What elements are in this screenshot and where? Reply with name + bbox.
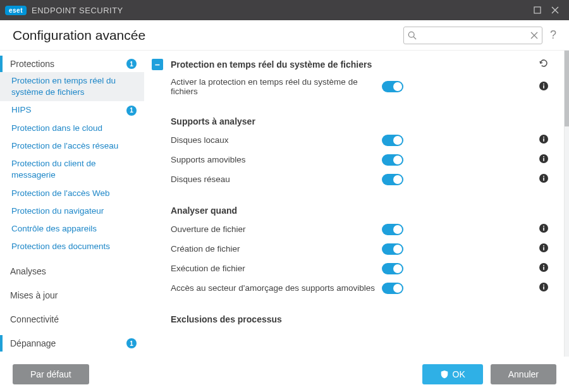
info-icon	[539, 134, 549, 144]
sidebar-item-updates[interactable]: Mises à jour	[0, 287, 144, 303]
svg-rect-16	[543, 226, 544, 227]
svg-rect-24	[543, 286, 544, 290]
sidebar-item-label: Protection en temps réel du système de f…	[11, 75, 137, 98]
sidebar-item-label: Protections	[10, 59, 121, 69]
toggle-file-create[interactable]	[382, 243, 403, 255]
sidebar-item-label: Contrôle des appareils	[11, 223, 137, 235]
info-icon	[539, 262, 549, 273]
button-label: Annuler	[508, 369, 539, 379]
info-button[interactable]	[539, 154, 549, 166]
info-button[interactable]	[539, 173, 549, 185]
svg-rect-25	[543, 285, 544, 286]
button-label: Par défaut	[30, 369, 71, 379]
info-button[interactable]	[539, 282, 549, 294]
sidebar-item-realtime-fs[interactable]: Protection en temps réel du système de f…	[0, 72, 144, 101]
svg-rect-10	[543, 156, 544, 157]
info-button[interactable]	[539, 81, 549, 93]
svg-rect-12	[543, 178, 544, 181]
info-icon	[539, 282, 549, 292]
info-button[interactable]	[539, 223, 549, 235]
product-name: ENDPOINT SECURITY	[32, 6, 123, 15]
sidebar-item-protections[interactable]: Protections 1	[0, 56, 144, 72]
sidebar-item-analyses[interactable]: Analyses	[0, 263, 144, 279]
close-icon	[551, 6, 559, 14]
group-media-title: Supports à analyser	[152, 100, 549, 130]
info-icon	[539, 223, 549, 233]
sidebar-item-device-control[interactable]: Contrôle des appareils	[0, 220, 144, 238]
collapse-icon[interactable]: –	[152, 59, 163, 70]
setting-removable-media: Supports amovibles	[152, 150, 549, 169]
sidebar-item-document-protection[interactable]: Protection des documents	[0, 238, 144, 255]
sidebar-item-connectivity[interactable]: Connectivité	[0, 311, 144, 328]
setting-boot-sector: Accès au secteur d'amorçage des supports…	[152, 278, 549, 298]
sidebar-item-label: Protection de l'accès Web	[11, 188, 137, 199]
info-icon	[539, 154, 549, 164]
setting-label: Création de fichier	[171, 244, 382, 254]
sidebar-item-troubleshoot[interactable]: Dépannage 1	[0, 335, 144, 352]
square-icon	[534, 6, 541, 14]
clear-search-icon[interactable]	[530, 32, 538, 39]
sidebar-item-web-access[interactable]: Protection de l'accès Web	[0, 185, 144, 202]
sidebar-item-network-access[interactable]: Protection de l'accès réseau	[0, 137, 144, 155]
revert-button[interactable]	[539, 58, 549, 71]
ok-button[interactable]: OK	[422, 364, 483, 384]
sidebar-item-label: Mises à jour	[10, 290, 137, 300]
svg-rect-7	[543, 137, 544, 138]
sidebar-item-label: Dépannage	[10, 338, 121, 348]
info-button[interactable]	[539, 134, 549, 146]
toggle-file-exec[interactable]	[382, 263, 403, 274]
window-close-button[interactable]	[546, 1, 564, 19]
search-input[interactable]	[420, 30, 527, 40]
svg-rect-18	[543, 247, 544, 250]
setting-local-disks: Disques locaux	[152, 130, 549, 150]
info-button[interactable]	[539, 262, 549, 274]
footer: Par défaut OK Annuler	[0, 357, 569, 392]
svg-rect-22	[543, 265, 544, 266]
badge-count: 1	[126, 106, 137, 116]
svg-rect-3	[543, 85, 544, 88]
info-icon	[539, 173, 549, 183]
sidebar-item-label: Connectivité	[10, 314, 137, 324]
toggle-boot-sector[interactable]	[382, 283, 403, 294]
help-button[interactable]: ?	[550, 28, 556, 42]
svg-rect-15	[543, 228, 544, 231]
info-button[interactable]	[539, 243, 549, 255]
sidebar-item-label: Protection dans le cloud	[11, 123, 137, 134]
setting-label: Exécution de fichier	[171, 264, 382, 273]
sidebar-item-label: Protection du client de messagerie	[11, 158, 137, 181]
setting-enable-realtime: Activer la protection en temps réel du s…	[152, 73, 549, 100]
brand-badge: eset	[5, 6, 27, 15]
titlebar: eset ENDPOINT SECURITY	[0, 0, 569, 20]
sidebar-item-label: Analyses	[10, 266, 137, 276]
toggle-removable-media[interactable]	[382, 154, 403, 166]
setting-label: Ouverture de fichier	[171, 224, 382, 234]
undo-icon	[539, 58, 549, 68]
shield-icon	[440, 370, 449, 379]
page-title: Configuration avancée	[13, 28, 403, 43]
setting-label: Accès au secteur d'amorçage des supports…	[171, 283, 382, 293]
toggle-network-disks[interactable]	[382, 174, 403, 185]
sidebar-item-mail-client[interactable]: Protection du client de messagerie	[0, 155, 144, 184]
cancel-button[interactable]: Annuler	[491, 364, 556, 384]
toggle-file-open[interactable]	[382, 224, 403, 235]
svg-rect-6	[543, 138, 544, 142]
scrollbar-thumb[interactable]	[565, 51, 569, 126]
badge-count: 1	[126, 59, 137, 69]
sidebar-item-browser-protection[interactable]: Protection du navigateur	[0, 202, 144, 220]
setting-label: Activer la protection en temps réel du s…	[171, 77, 382, 96]
window-maximize-button[interactable]	[529, 1, 546, 19]
sidebar-item-label: Protection du navigateur	[11, 205, 137, 217]
svg-rect-4	[543, 83, 544, 85]
svg-rect-9	[543, 158, 544, 161]
scrollbar[interactable]	[564, 51, 569, 357]
sidebar-item-label: Protection des documents	[11, 241, 137, 252]
default-button[interactable]: Par défaut	[13, 364, 89, 384]
toggle-enable-realtime[interactable]	[382, 81, 403, 92]
toggle-local-disks[interactable]	[382, 135, 403, 146]
setting-file-open: Ouverture de fichier	[152, 219, 549, 239]
sidebar-item-hips[interactable]: HIPS 1	[0, 101, 144, 119]
setting-network-disks: Disques réseau	[152, 169, 549, 189]
section-header[interactable]: – Protection en temps réel du système de…	[152, 56, 549, 73]
sidebar-item-cloud-protection[interactable]: Protection dans le cloud	[0, 119, 144, 137]
search-input-wrapper[interactable]	[403, 27, 542, 44]
